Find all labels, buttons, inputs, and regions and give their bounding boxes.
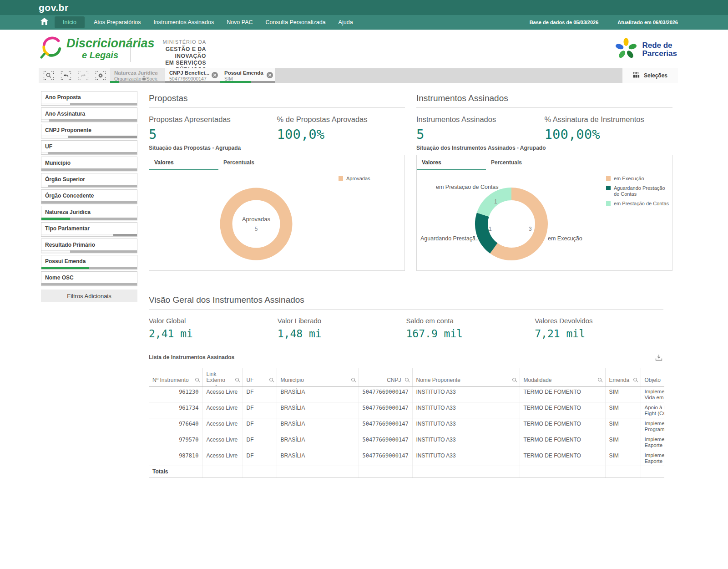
cell-link[interactable]: Acesso Livre bbox=[202, 386, 243, 402]
filter-orgao-superior[interactable]: Órgão Superior bbox=[41, 173, 137, 188]
donut-chart-instrumentos[interactable]: em ExecuçãoAguardando Prestação de Conta… bbox=[417, 170, 672, 270]
filter-orgao-concedente[interactable]: Órgão Concedente bbox=[41, 189, 137, 204]
filter-label: Possui Emenda bbox=[41, 255, 137, 264]
kpi-value: 5 bbox=[416, 127, 545, 142]
cell-uf: DF bbox=[243, 450, 277, 466]
selection-chip-cnpj-benefici[interactable]: CNPJ Benefici...50477669000147 bbox=[165, 68, 220, 83]
search-icon[interactable] bbox=[351, 378, 355, 381]
selection-state-segment bbox=[41, 267, 89, 269]
tab-percentuais[interactable]: Percentuais bbox=[218, 155, 288, 170]
filter-cnpj-proponente[interactable]: CNPJ Proponente bbox=[41, 124, 137, 138]
objeto-line: Apoio à Re bbox=[645, 405, 661, 411]
search-icon[interactable] bbox=[598, 378, 602, 381]
filter-selection-bar bbox=[41, 234, 137, 236]
filter-selection-bar bbox=[41, 218, 137, 220]
chart-propostas-area: Situação das Propostas - Agrupada Valore… bbox=[149, 145, 405, 271]
kpi-value: 100,0% bbox=[277, 127, 405, 142]
branding-row: Discricionárias e Legais MINISTÉRIO DA G… bbox=[0, 30, 728, 68]
filter-label: Ano Assinatura bbox=[41, 108, 137, 117]
legend-entry-em-prestacao-de-contas: em Prestação de Contas bbox=[606, 201, 670, 207]
legend-swatch bbox=[606, 201, 611, 206]
download-icon[interactable] bbox=[655, 354, 662, 363]
clear-selections-button[interactable] bbox=[94, 71, 106, 81]
search-icon[interactable] bbox=[235, 378, 239, 381]
callout-em-prestacao-de-contas: em Prestação de Contas bbox=[436, 184, 499, 190]
search-icon[interactable] bbox=[512, 378, 516, 381]
slice-value-aguardando-prestacao-de-contas: 1 bbox=[489, 226, 492, 232]
legend-swatch bbox=[606, 186, 611, 190]
column-header-uf[interactable]: UF bbox=[243, 368, 277, 386]
filter-municipio[interactable]: Município bbox=[41, 157, 137, 171]
filter-nome-osc[interactable]: Nome OSC bbox=[41, 271, 137, 286]
column-header-label: Município bbox=[281, 377, 304, 383]
legend-entry-aguardando-prestacao-de-contas: Aguardando Prestação de Contas bbox=[606, 185, 670, 197]
nav-item-novo-pac[interactable]: Novo PAC bbox=[220, 15, 259, 30]
filter-ano-proposta[interactable]: Ano Proposta bbox=[41, 91, 137, 106]
nav-item-atos-preparatorios[interactable]: Atos Preparatórios bbox=[87, 15, 147, 30]
govbr-logo[interactable]: gov.br bbox=[39, 2, 69, 13]
column-header-link-externo[interactable]: Link Externo▲ bbox=[202, 368, 243, 386]
column-header-municipio[interactable]: Município bbox=[277, 368, 359, 386]
column-header-emenda[interactable]: Emenda bbox=[605, 368, 641, 386]
kpi-label: Propostas Apresentadas bbox=[149, 115, 277, 124]
chip-remove-icon[interactable] bbox=[267, 72, 273, 78]
chip-title: Possui Emenda bbox=[224, 70, 268, 76]
cell-link[interactable]: Acesso Livre bbox=[202, 450, 243, 466]
column-header-inner: Objeto bbox=[645, 377, 661, 383]
search-icon[interactable] bbox=[269, 378, 273, 381]
step-back-button[interactable] bbox=[60, 71, 72, 81]
search-icon[interactable] bbox=[633, 378, 637, 381]
selections-button[interactable]: Seleções bbox=[622, 68, 678, 83]
tab-valores[interactable]: Valores bbox=[417, 155, 486, 170]
cell-link[interactable]: Acesso Livre bbox=[202, 402, 243, 418]
selections-grid-icon bbox=[633, 72, 640, 79]
filter-sidebar: Ano PropostaAno AssinaturaCNPJ Proponent… bbox=[41, 91, 137, 288]
selection-chip-possui-emenda[interactable]: Possui EmendaSIM bbox=[220, 68, 275, 83]
kpi-value: 100,00% bbox=[545, 127, 673, 142]
table-head: Nº InstrumentoLink Externo▲UFMunicípioCN… bbox=[149, 368, 664, 386]
section-instrumentos: Instrumentos Assinados Instrumentos Assi… bbox=[416, 93, 672, 142]
filter-resultado-primario[interactable]: Resultado Primário bbox=[41, 239, 137, 253]
column-header-n-instrumento[interactable]: Nº Instrumento bbox=[149, 368, 202, 386]
nav-item-consulta-personalizada[interactable]: Consulta Personalizada bbox=[259, 15, 332, 30]
cell-modalidade: TERMO DE FOMENTO bbox=[520, 418, 605, 434]
filter-uf[interactable]: UF bbox=[41, 140, 137, 155]
column-header-objeto[interactable]: Objeto bbox=[641, 368, 664, 386]
cell-link[interactable]: Acesso Livre bbox=[202, 418, 243, 434]
column-header-cnpj[interactable]: CNPJ bbox=[359, 368, 412, 386]
filter-selection-bar bbox=[41, 152, 137, 154]
column-header-modalidade[interactable]: Modalidade bbox=[520, 368, 605, 386]
donut-chart-propostas[interactable]: AprovadasAprovadas5 bbox=[149, 170, 404, 270]
tab-valores[interactable]: Valores bbox=[149, 155, 218, 170]
filter-tipo-parlamentar[interactable]: Tipo Parlamentar bbox=[41, 222, 137, 237]
selection-chip-natureza-juridica[interactable]: Natureza JurídicaOrganizaçãoSocieda... bbox=[110, 68, 165, 83]
nav-item-instrumentos-assinados[interactable]: Instrumentos Assinados bbox=[147, 15, 220, 30]
chip-remove-icon[interactable] bbox=[212, 72, 218, 78]
kpi-valor-liberado: Valor Liberado 1,48 mi bbox=[278, 317, 406, 340]
search-icon[interactable] bbox=[405, 378, 409, 381]
step-forward-button[interactable] bbox=[77, 71, 89, 81]
kpi-label: Instrumentos Assinados bbox=[416, 115, 545, 124]
selection-state-segment bbox=[251, 81, 275, 83]
tab-percentuais[interactable]: Percentuais bbox=[486, 155, 555, 170]
nav-item-ajuda[interactable]: Ajuda bbox=[332, 15, 359, 30]
home-button[interactable] bbox=[36, 15, 52, 30]
filter-ano-assinatura[interactable]: Ano Assinatura bbox=[41, 107, 137, 122]
smart-search-button[interactable] bbox=[42, 71, 55, 81]
filter-possui-emenda[interactable]: Possui Emenda bbox=[41, 255, 137, 269]
cell-modalidade: TERMO DE FOMENTO bbox=[520, 402, 605, 418]
column-header-inner: Nome Proponente bbox=[416, 377, 516, 383]
cell-cnpj: 50477669000147 bbox=[359, 402, 412, 418]
cell-link[interactable]: Acesso Livre bbox=[202, 434, 243, 450]
more-filters-button[interactable]: Filtros Adicionais bbox=[41, 290, 137, 302]
cell-emenda: SIM bbox=[605, 402, 641, 418]
cell-emenda: SIM bbox=[605, 434, 641, 450]
cell-cnpj: 50477669000147 bbox=[359, 386, 412, 402]
search-icon[interactable] bbox=[195, 378, 199, 381]
slice-value-em-execucao: 3 bbox=[529, 226, 532, 232]
home-icon bbox=[40, 18, 48, 27]
filter-natureza-juridica[interactable]: Natureza Jurídica bbox=[41, 206, 137, 220]
column-header-inner: Link Externo bbox=[207, 371, 239, 383]
nav-item-inicio[interactable]: Início bbox=[55, 16, 85, 28]
column-header-nome-proponente[interactable]: Nome Proponente bbox=[412, 368, 520, 386]
